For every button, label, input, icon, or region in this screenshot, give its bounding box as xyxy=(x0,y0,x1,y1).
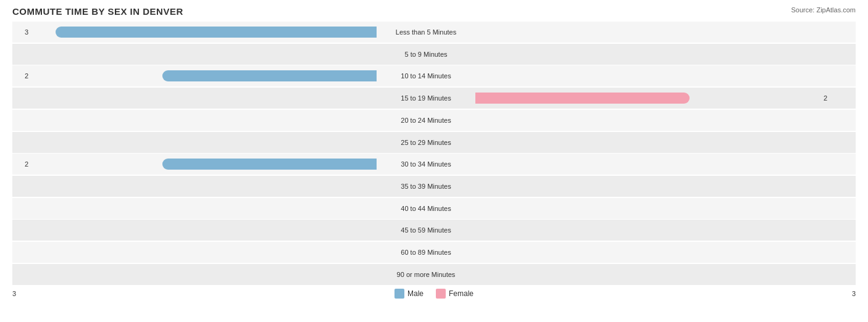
row-label: 90 or more Minutes xyxy=(377,271,475,278)
row-label: 60 to 89 Minutes xyxy=(377,249,475,256)
legend-male: Male xyxy=(394,289,424,299)
bar-row: 20 to 24 Minutes xyxy=(12,110,856,131)
left-bar-container xyxy=(31,115,377,126)
bar-row: 60 to 89 Minutes xyxy=(12,242,856,263)
footer-left-value: 3 xyxy=(12,290,31,297)
right-bar-container xyxy=(475,49,821,60)
row-label: 40 to 44 Minutes xyxy=(377,205,475,212)
left-bar-container xyxy=(31,93,377,104)
right-bar-container xyxy=(475,70,821,81)
right-bar-container xyxy=(475,203,821,214)
bar-row: 2 30 to 34 Minutes xyxy=(12,154,856,175)
chart-title: COMMUTE TIME BY SEX IN DENVER xyxy=(12,6,856,17)
source-text: Source: ZipAtlas.com xyxy=(791,6,856,14)
bar-row: 2 10 to 14 Minutes xyxy=(12,65,856,86)
left-bar-container xyxy=(31,269,377,280)
right-value xyxy=(821,160,840,168)
right-bar-container xyxy=(475,27,821,38)
left-value xyxy=(12,249,31,256)
male-bar xyxy=(162,70,377,81)
left-bar-container xyxy=(31,137,377,148)
right-bar-container xyxy=(475,225,821,236)
bar-row: 90 or more Minutes xyxy=(12,264,856,285)
left-value xyxy=(12,183,31,190)
footer-right-value: 3 xyxy=(837,290,856,297)
row-label: 15 to 19 Minutes xyxy=(377,94,475,102)
legend-female: Female xyxy=(436,289,474,299)
female-swatch xyxy=(436,289,446,299)
left-bar-container xyxy=(31,247,377,258)
left-value: 2 xyxy=(12,160,31,168)
left-value xyxy=(12,94,31,102)
left-bar-container xyxy=(31,27,377,38)
right-value xyxy=(821,72,840,80)
left-bar-container xyxy=(31,225,377,236)
right-value xyxy=(821,226,840,234)
legend-row: 3 Male Female 3 xyxy=(12,289,856,299)
male-bar xyxy=(56,27,377,38)
right-value xyxy=(821,117,840,124)
chart-area: 3 Less than 5 Minutes 5 to 9 Minutes 2 xyxy=(12,22,856,285)
right-value xyxy=(821,249,840,256)
right-value xyxy=(821,271,840,278)
row-label: Less than 5 Minutes xyxy=(377,28,475,36)
row-label: 35 to 39 Minutes xyxy=(377,183,475,190)
left-bar-container xyxy=(31,49,377,60)
left-value: 2 xyxy=(12,72,31,80)
row-label: 20 to 24 Minutes xyxy=(377,117,475,124)
row-label: 5 to 9 Minutes xyxy=(377,51,475,58)
left-value xyxy=(12,117,31,124)
right-value xyxy=(821,183,840,190)
male-bar xyxy=(162,159,377,170)
right-bar-container xyxy=(475,137,821,148)
row-label: 25 to 29 Minutes xyxy=(377,139,475,146)
right-bar-container xyxy=(475,269,821,280)
row-label: 45 to 59 Minutes xyxy=(377,226,475,234)
right-value xyxy=(821,51,840,58)
right-value: 2 xyxy=(821,94,840,102)
right-bar-container xyxy=(475,181,821,192)
right-bar-container xyxy=(475,159,821,170)
male-label: Male xyxy=(407,289,424,298)
bar-row: 40 to 44 Minutes xyxy=(12,198,856,219)
left-value xyxy=(12,271,31,278)
legend-center: Male Female xyxy=(31,289,837,299)
bar-row: 35 to 39 Minutes xyxy=(12,176,856,197)
left-value xyxy=(12,205,31,212)
right-bar-container xyxy=(475,115,821,126)
left-value: 3 xyxy=(12,28,31,36)
bar-row: 25 to 29 Minutes xyxy=(12,132,856,153)
left-bar-container xyxy=(31,203,377,214)
bar-row: 15 to 19 Minutes 2 xyxy=(12,88,856,109)
left-bar-container xyxy=(31,181,377,192)
chart-container: COMMUTE TIME BY SEX IN DENVER Source: Zi… xyxy=(0,0,868,322)
female-bar xyxy=(475,93,690,104)
left-value xyxy=(12,51,31,58)
left-bar-container xyxy=(31,70,377,81)
right-value xyxy=(821,205,840,212)
left-value xyxy=(12,226,31,234)
male-swatch xyxy=(394,289,404,299)
bar-row: 3 Less than 5 Minutes xyxy=(12,22,856,43)
row-label: 30 to 34 Minutes xyxy=(377,160,475,168)
left-bar-container xyxy=(31,159,377,170)
right-bar-container xyxy=(475,93,821,104)
left-value xyxy=(12,139,31,146)
right-value xyxy=(821,139,840,146)
bar-row: 45 to 59 Minutes xyxy=(12,220,856,241)
right-value xyxy=(821,28,840,36)
right-bar-container xyxy=(475,247,821,258)
female-label: Female xyxy=(449,289,474,298)
bar-row: 5 to 9 Minutes xyxy=(12,44,856,65)
row-label: 10 to 14 Minutes xyxy=(377,72,475,80)
